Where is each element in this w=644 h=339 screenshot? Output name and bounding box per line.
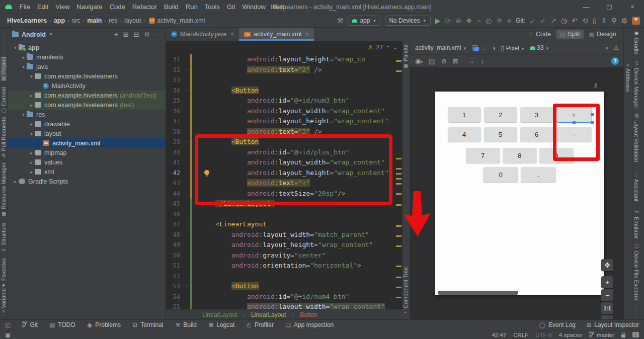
layers-icon[interactable]: [472, 45, 478, 50]
mode-button-split[interactable]: ◫Split: [556, 30, 584, 39]
preview-button-0[interactable]: 0: [483, 167, 518, 182]
menu-view[interactable]: View: [52, 3, 73, 11]
breadcrumb-item-res[interactable]: res: [109, 17, 117, 24]
right-tab-device-manager[interactable]: ▭Device Manager: [633, 61, 639, 108]
tree-chevron-icon[interactable]: ▸: [28, 93, 35, 98]
stop-icon[interactable]: ■: [507, 17, 511, 25]
stripe-warning-mark[interactable]: [396, 235, 401, 237]
profile-low-overhead-icon[interactable]: ❖: [496, 17, 503, 25]
fold-marker[interactable]: ▾: [183, 86, 190, 96]
stripe-warning-mark[interactable]: [396, 225, 401, 227]
design-surface[interactable]: ⚷ 123+456-7890. ✥ + − 1:1 ▣: [410, 68, 624, 308]
toolwindow-logcat[interactable]: ≣Logcat: [209, 321, 234, 328]
sidebar-tab-pull-requests[interactable]: ⇅Pull Requests: [1, 117, 7, 157]
code-line-42[interactable]: 42 android:layout_height="wrap_content": [166, 168, 403, 179]
right-tab-device-file-explorer[interactable]: ▢Device File Explorer: [633, 244, 639, 300]
run-icon[interactable]: ▶: [435, 17, 441, 25]
settings-gear-icon[interactable]: ⚙: [144, 31, 150, 38]
tree-item-com-example-hivelearners[interactable]: ▸com.example.hivelearners(androidTest): [8, 91, 166, 100]
next-warning-icon[interactable]: ⌄: [393, 45, 397, 50]
sidebar-tab-structure[interactable]: ≔Structure: [1, 223, 7, 252]
magnet-off-icon[interactable]: ⊘: [441, 57, 447, 65]
preview-button--[interactable]: -: [556, 127, 592, 142]
code-line-47[interactable]: 47▾ <LinearLayout: [166, 219, 403, 230]
breadcrumb-item-app[interactable]: app: [54, 17, 65, 24]
code-line-38[interactable]: 38 android:text="3" />: [166, 127, 403, 137]
sidebar-tab-variants[interactable]: ≡Variants: [1, 288, 7, 313]
apply-changes-icon[interactable]: ⟳: [445, 17, 451, 25]
api-selector[interactable]: 33 ▼: [530, 44, 549, 51]
menu-refactor[interactable]: Refactor: [129, 3, 160, 11]
preview-button-1[interactable]: 1: [448, 107, 481, 122]
right-tab-emulator[interactable]: ▯Emulator: [633, 210, 639, 239]
notifications-icon[interactable]: [632, 332, 639, 337]
toolwindow-terminal[interactable]: ⊟Terminal: [133, 321, 164, 328]
tree-item-com-example-hivelearners[interactable]: ▾com.example.hivelearners: [8, 71, 166, 81]
device-selector-dropdown[interactable]: No Devices▼: [385, 16, 430, 26]
preview-button-.[interactable]: .: [521, 167, 556, 182]
fold-marker[interactable]: ▾: [183, 281, 190, 292]
mode-button-code[interactable]: ≣Code: [525, 30, 554, 39]
code-line-54[interactable]: 54 android:id="@+id/num4_btn": [166, 292, 403, 302]
toolwindow-event-log[interactable]: ◯Event Log: [539, 321, 576, 328]
tree-item-layout[interactable]: ▾layout: [8, 129, 166, 138]
toolwindow-app-inspection[interactable]: ❏App Inspection: [286, 321, 334, 328]
intention-bulb-icon[interactable]: [204, 170, 209, 175]
stripe-warning-mark[interactable]: [396, 60, 401, 62]
right-tab-gradle[interactable]: ⬢Gradle: [633, 31, 639, 54]
tree-item-xml[interactable]: ▸xml: [8, 167, 166, 177]
mode-button-design[interactable]: ▨Design: [586, 30, 620, 39]
preview-button-3[interactable]: 3: [520, 107, 553, 122]
code-line-33[interactable]: 33: [166, 75, 403, 86]
render-warning-icon[interactable]: ⚠: [613, 44, 619, 51]
rollback-icon[interactable]: ↶: [572, 17, 578, 25]
locate-icon[interactable]: ⌖: [114, 31, 118, 38]
minimize-button[interactable]: —: [575, 0, 598, 14]
run-configuration-selector[interactable]: app▼: [348, 16, 380, 26]
settings-gear-icon[interactable]: ⚙: [621, 17, 627, 25]
tree-item-gradle-scripts[interactable]: ▸Gradle Scripts: [8, 177, 166, 186]
toolwindow-problems[interactable]: ◉Problems: [88, 321, 121, 328]
preview-button-7[interactable]: 7: [466, 148, 500, 163]
prev-warning-icon[interactable]: ⌃: [386, 45, 390, 50]
menu-git[interactable]: Git: [223, 3, 239, 11]
tree-item-mainactivity[interactable]: CMainActivity: [8, 81, 166, 91]
device-manager-icon[interactable]: ▯: [593, 17, 597, 25]
menu-edit[interactable]: Edit: [34, 3, 52, 11]
tree-chevron-icon[interactable]: ▾: [28, 74, 35, 79]
tree-item-mipmap[interactable]: ▸mipmap: [8, 148, 166, 157]
close-button[interactable]: ×: [621, 0, 644, 14]
tool-window-toggle-icon[interactable]: ▣: [5, 331, 11, 338]
breadcrumb-item-src[interactable]: src: [72, 17, 80, 24]
tree-item-values[interactable]: ▸values: [8, 157, 166, 167]
code-line-51[interactable]: 51 android:orientation="horizontal">: [166, 261, 403, 271]
code-line-40[interactable]: 40 android:id="@+id/plus_btn": [166, 147, 403, 158]
history-icon[interactable]: ◷: [561, 17, 567, 25]
stripe-warning-mark[interactable]: [396, 173, 401, 175]
tree-chevron-icon[interactable]: ▾: [20, 112, 27, 117]
code-line-53[interactable]: 53▾ <Button: [166, 281, 403, 292]
preview-button-6[interactable]: 6: [520, 127, 553, 142]
menu-code[interactable]: Code: [106, 3, 129, 11]
code-editor[interactable]: ⚠ 27 ⌃ ⌄ 31 android:layout_height="wrap_…: [166, 41, 403, 309]
sync-project-icon[interactable]: ⟲: [582, 17, 588, 25]
expand-all-icon[interactable]: ⊞: [123, 31, 129, 38]
toolwindow-layout-inspector[interactable]: ⊞Layout Inspector: [587, 321, 639, 328]
editor-tab-MainActivity-java[interactable]: CMainActivity.java×: [166, 28, 239, 41]
render-quality-icon[interactable]: ⚷: [593, 82, 598, 89]
code-line-41[interactable]: 41 android:layout_width="wrap_content": [166, 157, 403, 168]
overflow-actions[interactable]: »: [605, 44, 609, 51]
tree-item-manifests[interactable]: ▸manifests: [8, 52, 166, 62]
code-line-43[interactable]: 43 android:text="+": [166, 178, 403, 189]
menu-navigate[interactable]: Navigate: [73, 3, 106, 11]
stripe-warning-mark[interactable]: [396, 204, 401, 206]
fold-marker[interactable]: ▾: [183, 137, 190, 147]
sidebar-tab-project[interactable]: ▤Project: [1, 57, 7, 81]
stripe-warning-mark[interactable]: [396, 287, 401, 288]
breadcrumb-item-layout[interactable]: layout: [124, 17, 141, 24]
tree-chevron-icon[interactable]: ▾: [28, 131, 35, 136]
zoom-out-button[interactable]: −: [601, 289, 613, 301]
right-tab-attributes[interactable]: ≡Attributes: [625, 64, 631, 92]
help-icon[interactable]: ?: [611, 57, 619, 65]
project-view-selector[interactable]: Android▼: [22, 31, 53, 38]
